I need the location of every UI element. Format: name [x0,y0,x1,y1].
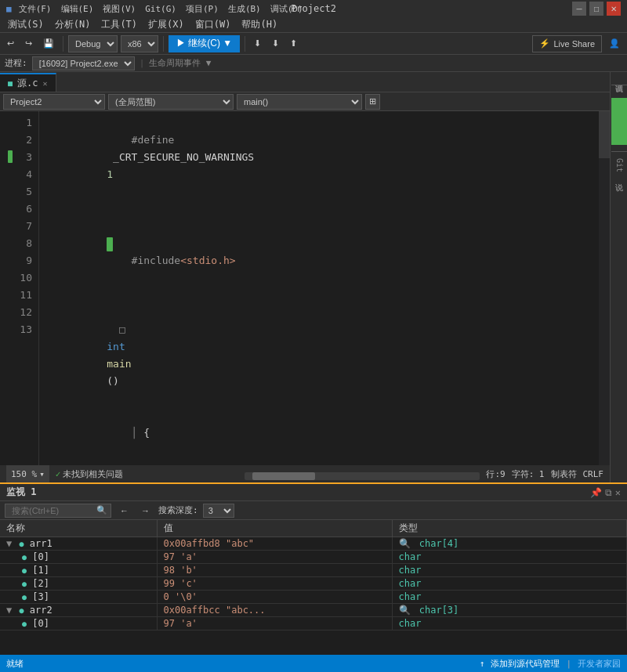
continue-button[interactable]: ▶ 继续(C) ▼ [169,35,240,52]
minimap-thumb [599,111,610,158]
platform-dropdown[interactable]: x86 [121,35,158,52]
arr1-1-dot-icon: ● [22,566,27,575]
arr2-type: 🔍 char[3] [392,604,627,617]
live-share-button[interactable]: ⚡ Live Share [532,35,602,52]
char-col[interactable]: 字符: 1 [512,468,545,480]
main-area: ■ 源.c ✕ Project2 (全局范围) main() ⊞ 1 2 3 [0,72,627,482]
arr1-1-type-text: char [399,565,422,576]
arr2-0-type-text: char [399,618,422,629]
watch-title: 监视 1 [6,486,36,499]
watch-pin-icon[interactable]: 📌 [590,487,602,498]
close-button[interactable]: ✕ [607,2,621,16]
arr2-0-value: 97 'a' [157,617,392,630]
restore-button[interactable]: □ [589,2,603,16]
right-panel-text-1[interactable]: 调试器 [614,75,625,81]
watch-close-icon[interactable]: ✕ [615,487,621,498]
col-header-name: 名称 [0,520,157,537]
minimap[interactable] [599,111,610,465]
user-icon-button[interactable]: 👤 [605,35,624,52]
code-editor: 1 2 3 4 5 6 7 8 9 ⇒ 10 11 12 13 [0,111,610,465]
arr2-expand-icon[interactable]: ▼ [6,605,12,616]
arr2-search-icon[interactable]: 🔍 [399,605,411,616]
zoom-level[interactable]: 150 % ▾ [6,465,49,482]
watch-panel: 监视 1 📌 ⧉ ✕ 🔍 ← → 搜索深度: 3 名称 值 类型 [0,482,627,655]
watch-search-wrapper[interactable]: 🔍 [5,504,111,518]
second-menu-bar: 测试(S) 分析(N) 工具(T) 扩展(X) 窗口(W) 帮助(H) [0,17,627,33]
menu-edit[interactable]: 编辑(E) [59,3,96,15]
minimize-button[interactable]: ─ [572,2,586,16]
tab-filename: 源.c [17,77,38,90]
menu-git[interactable]: Git(G) [143,4,179,14]
line-num-12: 12 [6,304,32,321]
right-panel-text-3[interactable]: Git 说说 [614,155,625,180]
step-out-button[interactable]: ⬆ [286,35,301,52]
watch-table[interactable]: 名称 值 类型 ▼ ● arr1 0x00affbd8 "abc" [0,520,627,655]
source-tab[interactable]: ■ 源.c ✕ [0,73,56,92]
menu-file[interactable]: 文件(F) [16,3,54,15]
menu-analyze[interactable]: 分析(N) [50,17,96,33]
table-row[interactable]: ● [0] 97 'a' char [0,551,627,564]
debug-mode-dropdown[interactable]: Debug [68,35,118,52]
scroll-bar[interactable] [245,472,480,480]
func-dropdown[interactable]: main() [237,94,362,110]
right-panel-text-2[interactable]: 调试 [614,89,625,95]
arr1-2-indent [6,578,22,589]
title-bar-controls[interactable]: ─ □ ✕ [572,2,621,16]
redo-button[interactable]: ↪ [21,35,36,52]
arr1-2-label: [2] [32,578,49,589]
menu-tools[interactable]: 工具(T) [96,17,142,33]
arr1-expand-icon[interactable]: ▼ [6,538,12,549]
tab-format[interactable]: 制表符 [551,468,577,480]
scope-dropdown[interactable]: (全局范围) [108,94,234,110]
depth-dropdown[interactable]: 3 [203,504,234,518]
arr1-0-type: char [392,551,627,564]
line-num-10: 10 [6,269,32,287]
table-row[interactable]: ▼ ● arr2 0x00affbcc "abc... 🔍 char[3] [0,604,627,617]
step-into-button[interactable]: ⬇ [268,35,283,52]
watch-search-input[interactable] [9,504,95,518]
menu-window[interactable]: 窗口(W) [190,17,236,33]
table-row[interactable]: ● [0] 97 'a' char [0,617,627,630]
table-row[interactable]: ▼ ● arr1 0x00affbd8 "abc" 🔍 char[4] [0,537,627,551]
watch-nav-right[interactable]: → [137,502,154,519]
line-num-11: 11 [6,287,32,304]
table-row[interactable]: ● [3] 0 '\0' char [0,591,627,604]
line-num-7: 7 [6,218,32,235]
status-left: 150 % ▾ ✓ 未找到相关问题 [6,465,238,482]
arr1-3-type-text: char [399,591,422,602]
code-content[interactable]: #define _CRT_SECURE_NO_WARNINGS 1 #inclu… [39,111,599,465]
step-over-button[interactable]: ⬇ [250,35,265,52]
menu-project[interactable]: 项目(P) [183,3,221,15]
define-value-1: 1 [107,168,113,180]
arr1-search-icon[interactable]: 🔍 [399,538,411,549]
dev-home-label[interactable]: 开发者家园 [578,658,621,670]
process-dropdown[interactable]: [16092] Project2.exe [32,56,135,70]
title-bar-left: ■ 文件(F) 编辑(E) 视图(V) Git(G) 项目(P) 生成(B) 调… [6,3,306,15]
menu-view[interactable]: 视图(V) [100,3,138,15]
save-button[interactable]: 💾 [39,35,58,52]
undo-button[interactable]: ↩ [3,35,18,52]
arr1-1-value: 98 'b' [157,564,392,577]
line-num-4: 4 [6,166,32,183]
arr2-0-type: char [392,617,627,630]
watch-float-icon[interactable]: ⧉ [605,487,612,498]
arr1-type-text: char[4] [419,538,459,549]
line-num-2: 2 [6,132,32,149]
menu-help[interactable]: 帮助(H) [237,17,282,33]
add-source-label[interactable]: 添加到源代码管理 [491,658,560,670]
menu-build[interactable]: 生成(B) [226,3,263,15]
table-row[interactable]: ● [2] 99 'c' char [0,577,627,591]
tab-close-button[interactable]: ✕ [42,79,47,88]
watch-nav-left[interactable]: ← [116,502,132,519]
menu-extensions[interactable]: 扩展(X) [143,17,189,33]
project-dropdown[interactable]: Project2 [3,94,105,110]
no-issues-status[interactable]: ✓ 未找到相关问题 [56,468,124,480]
table-row[interactable]: ● [1] 98 'b' char [0,564,627,577]
line-ending[interactable]: CRLF [583,469,604,479]
arr1-1-indent [6,565,22,576]
arr1-0-val-text: 97 'a' [164,551,198,562]
split-button[interactable]: ⊞ [365,94,380,110]
arr1-0-name: ● [0] [0,551,157,564]
row-col[interactable]: 行:9 [486,468,505,480]
menu-test[interactable]: 测试(S) [3,17,49,33]
